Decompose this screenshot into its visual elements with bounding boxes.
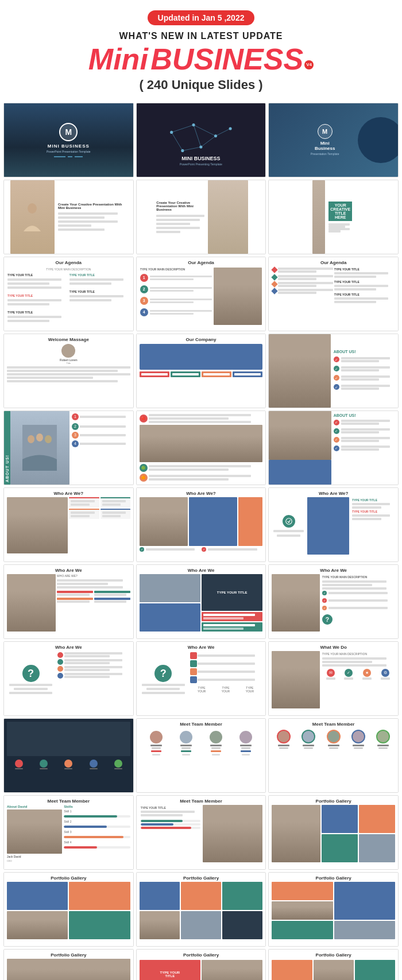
slides-grid: M MINI BUSINESS PowerPoint Presentation …: [0, 98, 402, 980]
slide-6[interactable]: YOUR CREATIVETITLE HERE: [268, 180, 399, 254]
about-us-label: ABOUT US!: [4, 411, 10, 485]
title-mini: Mini: [88, 42, 148, 76]
slide-19[interactable]: Who Are We WHO ARE WE?: [3, 564, 134, 639]
slide-1[interactable]: M MINI BUSINESS PowerPoint Presentation …: [3, 103, 134, 177]
creative-label: YOUR CREATIVETITLE HERE: [328, 202, 352, 221]
subtitle: ( 240 Unique Slides ): [11, 78, 391, 92]
slide-32[interactable]: Portfolio Gallery: [136, 872, 266, 947]
slide-35[interactable]: Portfolio Gallery TYPE YOURTITLE TYPE YO…: [136, 949, 266, 980]
slide-10[interactable]: Welcome Massage Robert Lorem Title: [3, 334, 134, 408]
slide-21[interactable]: Who Are We TYPE YOUR MAIN DESCRIPTION ✓ …: [268, 564, 399, 639]
slide-3[interactable]: M Mini Business Presentation Template: [268, 103, 399, 177]
slide-31[interactable]: Portfolio Gallery: [3, 872, 134, 947]
slide-26[interactable]: Meet Team Member: [136, 718, 266, 793]
agenda-title-1: Our Agenda: [7, 260, 130, 265]
slide-17[interactable]: Who Are We? ✓ ✓: [136, 487, 266, 562]
svg-point-12: [199, 146, 202, 149]
slide-23[interactable]: Who Are We ?: [136, 641, 266, 716]
v4-badge: V4: [304, 60, 314, 69]
svg-text:PowerPoint Presenting Template: PowerPoint Presenting Template: [180, 162, 222, 166]
svg-point-16: [28, 203, 37, 214]
slide-9[interactable]: Our Agenda: [268, 257, 399, 331]
slide-16[interactable]: Who Are We?: [3, 487, 134, 562]
slide-24[interactable]: What We Do TYPE YOUR MAIN DESCRIPTION ✉ …: [268, 641, 399, 716]
slide-30[interactable]: Portfolio Gallery: [268, 795, 399, 870]
slide-5[interactable]: Create Your Creative Presentation With M…: [136, 180, 266, 254]
slide-12[interactable]: ABOUT US! ✓ ✓ ✓ ✓: [268, 334, 399, 408]
svg-point-11: [229, 127, 232, 130]
slide-7[interactable]: Our Agenda TYPE YOUR MAIN DESCRIPTION TY…: [3, 257, 134, 331]
network-svg: MINI BUSINESS PowerPoint Presenting Temp…: [149, 110, 253, 169]
svg-point-10: [214, 135, 217, 138]
svg-point-9: [192, 123, 195, 126]
slide-15[interactable]: ABOUT US! ✓ ✓ ✓ ✓: [268, 410, 399, 485]
slide-14[interactable]: 🔴 🟢 🟠: [136, 410, 266, 485]
slide-28[interactable]: Meet Team Member About David Jack David …: [3, 795, 134, 870]
slide-34[interactable]: Portfolio Gallery: [3, 949, 134, 980]
svg-point-21: [285, 518, 292, 524]
slide-11[interactable]: Our Company: [136, 334, 266, 408]
slide-29[interactable]: Meet Team Member TYPE YOUR TITLE: [136, 795, 266, 870]
slide-20[interactable]: Who Are We TYPE YOUR TITLE: [136, 564, 266, 639]
page-header: Updated in Jan 5 ,2022 WHAT'S NEW IN LAT…: [0, 0, 402, 98]
agenda-title-3: Our Agenda: [272, 260, 395, 265]
title-business: BUSINESS: [150, 42, 303, 76]
svg-point-8: [170, 131, 173, 134]
slide-33[interactable]: Portfolio Gallery: [268, 872, 399, 947]
svg-point-13: [181, 149, 184, 152]
svg-text:MINI BUSINESS: MINI BUSINESS: [181, 156, 220, 161]
slide-22[interactable]: Who Are We ?: [3, 641, 134, 716]
slide-25[interactable]: [3, 718, 134, 793]
slide-8[interactable]: Our Agenda TYPE YOUR MAIN DESCRIPTION 1 …: [136, 257, 266, 331]
svg-point-19: [36, 433, 43, 441]
svg-point-18: [28, 435, 34, 443]
slide-27[interactable]: Meet Team Member: [268, 718, 399, 793]
slide-13[interactable]: ABOUT US! 1: [3, 410, 134, 485]
slide-2[interactable]: MINI BUSINESS PowerPoint Presenting Temp…: [136, 103, 266, 177]
updated-badge: Updated in Jan 5 ,2022: [148, 10, 255, 25]
agenda-title-2: Our Agenda: [140, 260, 262, 265]
svg-point-20: [45, 435, 52, 443]
slide-18[interactable]: Who Are We? TYPE YOUR TITLE TYPE YOUR TI…: [268, 487, 399, 562]
slide-4[interactable]: Create Your Creative Presentation With M…: [3, 180, 134, 254]
slide-36[interactable]: Portfolio Gallery: [268, 949, 399, 980]
whats-new-label: WHAT'S NEW IN LATEST UPDATE: [11, 31, 391, 41]
